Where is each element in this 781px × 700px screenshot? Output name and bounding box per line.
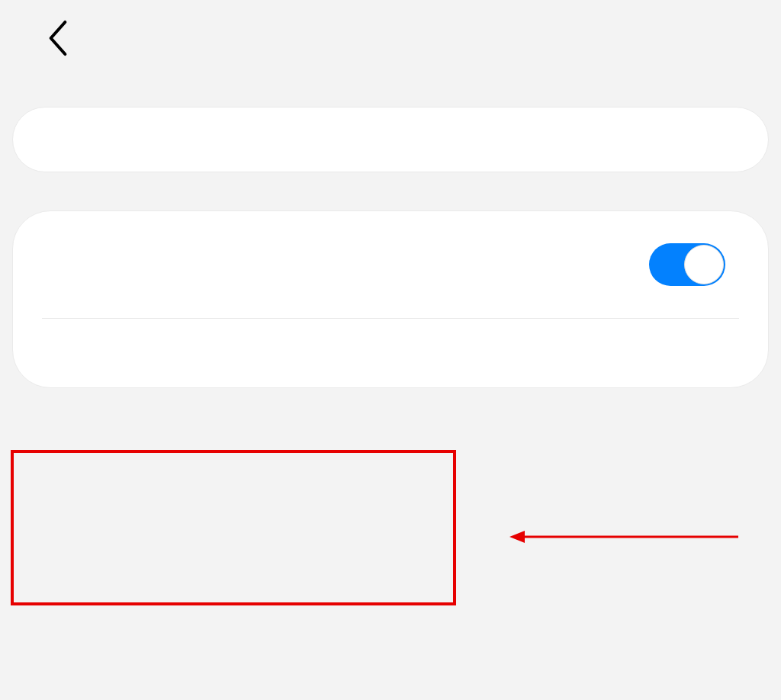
setting-passwords-visible[interactable]	[13, 211, 768, 318]
section-label-credential-storage	[0, 388, 781, 423]
passwords-visible-toggle[interactable]	[649, 243, 725, 286]
header	[0, 0, 781, 84]
setting-sim-card-lock[interactable]	[13, 108, 768, 172]
card-security-options	[12, 210, 769, 388]
setting-device-admin-apps[interactable]	[13, 319, 768, 387]
annotation-arrow-icon	[509, 529, 738, 544]
chevron-left-icon	[47, 20, 69, 56]
toggle-knob	[684, 245, 724, 284]
card-sim-lock	[12, 107, 769, 172]
svg-marker-1	[509, 531, 525, 543]
annotation-highlight-box	[11, 450, 456, 605]
back-button[interactable]	[43, 15, 73, 61]
